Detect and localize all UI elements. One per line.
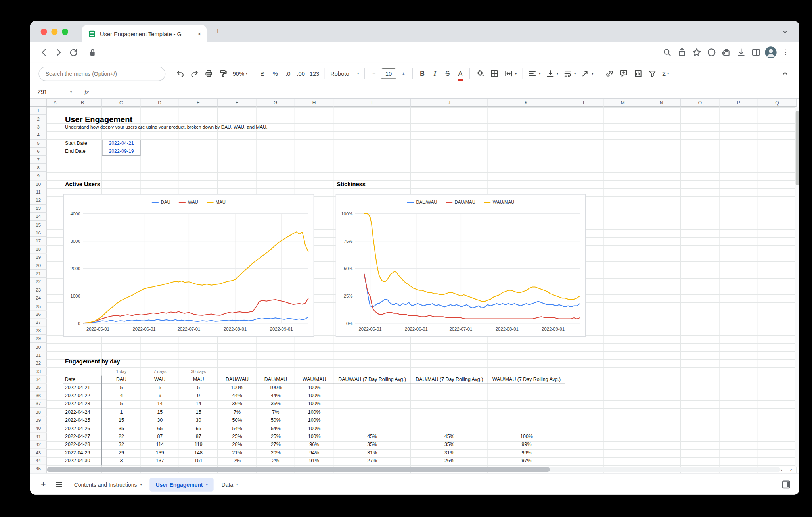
table-header[interactable]: WAU/MAU <box>303 376 326 384</box>
table-header-date[interactable]: Date <box>65 376 75 384</box>
new-tab-button[interactable]: + <box>215 26 220 37</box>
table-cell-date[interactable]: 2022-04-22 <box>65 392 90 400</box>
row-header-20[interactable]: 20 <box>30 261 47 270</box>
table-header[interactable]: WAU <box>154 376 165 384</box>
column-header-h[interactable]: H <box>295 99 333 107</box>
decrease-decimal-button[interactable]: .0 <box>282 67 294 81</box>
table-cell[interactable]: 5 <box>120 384 123 392</box>
vertical-align-button[interactable]: ▾ <box>543 67 560 81</box>
table-cell[interactable]: 14 <box>196 400 201 409</box>
table-header[interactable]: DAU <box>116 376 126 384</box>
row-header-1[interactable]: 1 <box>30 107 47 115</box>
table-header[interactable]: DAU/WAU <box>226 376 249 384</box>
row-header-31[interactable]: 31 <box>30 351 47 359</box>
font-family-select[interactable]: Roboto▾ <box>328 67 361 81</box>
insert-comment-button[interactable] <box>617 67 630 81</box>
cells-area[interactable]: DAUWAUMAU2022-05-012022-06-012022-07-012… <box>47 107 799 473</box>
column-header-i[interactable]: I <box>333 99 411 107</box>
table-cell[interactable]: 25% <box>232 433 242 441</box>
zoom-control[interactable]: 90%▾ <box>230 67 249 81</box>
row-header-27[interactable]: 27 <box>30 319 47 327</box>
table-cell[interactable]: 65 <box>157 425 163 433</box>
text-color-button[interactable]: A <box>454 67 467 81</box>
column-header-p[interactable]: P <box>720 99 758 107</box>
table-cell[interactable]: 15 <box>196 408 201 417</box>
reload-button[interactable] <box>66 45 81 60</box>
share-icon[interactable] <box>674 45 689 60</box>
column-header-o[interactable]: O <box>681 99 719 107</box>
table-cell[interactable]: 36% <box>271 400 281 409</box>
row-header-9[interactable]: 9 <box>30 172 47 180</box>
redo-button[interactable] <box>188 67 201 81</box>
table-cell[interactable]: 94% <box>309 449 319 457</box>
table-cell[interactable]: 119 <box>195 441 203 449</box>
column-header-l[interactable]: L <box>565 99 603 107</box>
table-cell[interactable]: 3 <box>120 457 123 465</box>
stickiness-chart[interactable]: DAU/WAUDAU/MAUWAU/MAU2022-05-012022-06-0… <box>336 194 586 337</box>
close-window-button[interactable] <box>41 29 47 35</box>
row-header-45[interactable]: 45 <box>30 465 47 473</box>
profile-ring-icon[interactable] <box>704 45 719 60</box>
column-header-k[interactable]: K <box>488 99 565 107</box>
table-cell[interactable]: 99% <box>522 441 532 449</box>
column-header-b[interactable]: B <box>63 99 102 107</box>
table-cell[interactable]: 151 <box>194 457 203 465</box>
table-cell[interactable]: 100% <box>308 417 321 425</box>
row-header-29[interactable]: 29 <box>30 335 47 343</box>
row-header-28[interactable]: 28 <box>30 327 47 335</box>
browser-tab[interactable]: User Engagement Template - G × <box>82 25 207 42</box>
functions-button[interactable]: Σ▾ <box>659 67 672 81</box>
table-cell[interactable]: 100% <box>520 433 533 441</box>
table-cell[interactable]: 54% <box>271 425 281 433</box>
toolbar-collapse-button[interactable] <box>779 67 791 81</box>
column-header-q[interactable]: Q <box>758 99 797 107</box>
horizontal-scrollbar[interactable] <box>47 467 780 472</box>
active-users-chart[interactable]: DAUWAUMAU2022-05-012022-06-012022-07-012… <box>63 194 314 337</box>
table-cell[interactable]: 32 <box>119 441 124 449</box>
show-side-panel-button[interactable] <box>779 477 793 491</box>
column-header-n[interactable]: N <box>642 99 681 107</box>
table-cell[interactable]: 7% <box>272 408 279 417</box>
row-header-40[interactable]: 40 <box>30 425 47 433</box>
row-header-5[interactable]: 5 <box>30 139 47 148</box>
row-header-43[interactable]: 43 <box>30 449 47 457</box>
row-header-19[interactable]: 19 <box>30 254 47 262</box>
find-in-page-icon[interactable] <box>660 45 674 60</box>
sheet-tab-contents[interactable]: Contents and Instructions▾ <box>68 477 147 491</box>
row-header-13[interactable]: 13 <box>30 205 47 213</box>
menu-search-input[interactable] <box>38 66 165 81</box>
table-cell[interactable]: 100% <box>269 384 282 392</box>
forward-button[interactable] <box>51 45 66 60</box>
row-header-21[interactable]: 21 <box>30 270 47 278</box>
sheet-tab-data[interactable]: Data▾ <box>216 477 244 491</box>
table-span-header[interactable]: 30 days <box>191 367 206 376</box>
row-header-35[interactable]: 35 <box>30 384 47 392</box>
row-header-36[interactable]: 36 <box>30 392 47 400</box>
paint-format-button[interactable] <box>216 67 230 81</box>
undo-button[interactable] <box>173 67 187 81</box>
table-header[interactable]: DAU/MAU (7 Day Rolling Avg.) <box>416 376 483 384</box>
row-header-8[interactable]: 8 <box>30 164 47 172</box>
insert-link-button[interactable] <box>602 67 616 81</box>
table-cell[interactable]: 22 <box>119 433 124 441</box>
format-currency-button[interactable]: £ <box>257 67 269 81</box>
table-cell-date[interactable]: 2022-04-25 <box>65 417 90 425</box>
vertical-scrollbar-thumb[interactable] <box>795 111 799 185</box>
borders-button[interactable] <box>488 67 502 81</box>
row-header-17[interactable]: 17 <box>30 237 47 246</box>
sheet-description[interactable]: Understand how deeply your users are usi… <box>65 123 268 131</box>
row-header-41[interactable]: 41 <box>30 432 47 441</box>
minimize-window-button[interactable] <box>51 29 57 35</box>
column-header-f[interactable]: F <box>218 99 256 107</box>
table-cell[interactable]: 15 <box>157 408 163 417</box>
row-header-37[interactable]: 37 <box>30 400 47 408</box>
table-cell[interactable]: 50% <box>271 417 281 425</box>
table-cell-date[interactable]: 2022-04-27 <box>65 433 90 441</box>
row-header-2[interactable]: 2 <box>30 115 47 123</box>
row-header-25[interactable]: 25 <box>30 302 47 311</box>
table-cell[interactable]: 91% <box>309 457 319 465</box>
table-cell[interactable]: 27% <box>367 457 377 465</box>
row-header-39[interactable]: 39 <box>30 416 47 425</box>
table-cell[interactable]: 31% <box>444 449 454 457</box>
table-cell[interactable]: 2% <box>234 457 241 465</box>
